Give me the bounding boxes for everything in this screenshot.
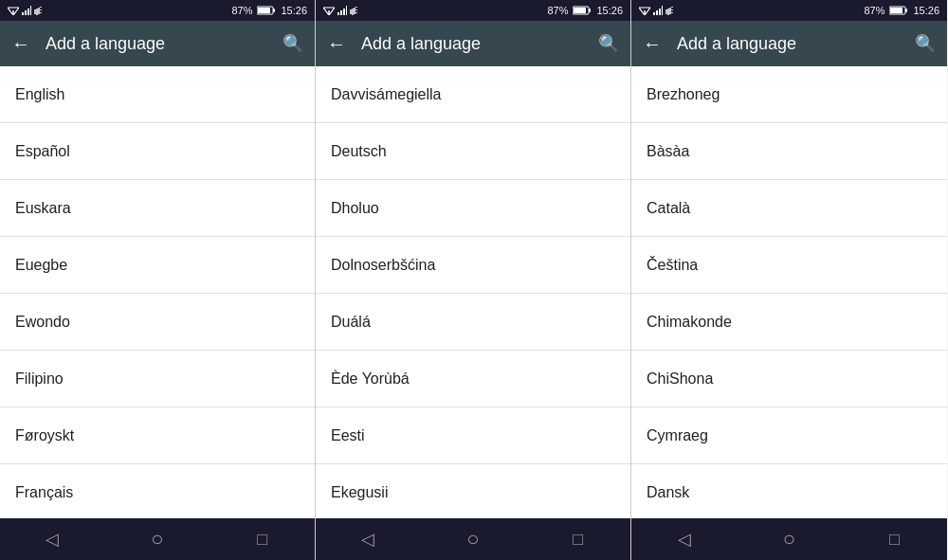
status-bar-left — [639, 6, 675, 15]
status-bar-left — [323, 6, 359, 15]
list-item[interactable]: Ewondo — [0, 294, 315, 351]
list-item[interactable]: Føroyskt — [0, 407, 315, 464]
battery-icon — [257, 6, 276, 15]
nav-bar: ◁ ○ □ — [316, 518, 630, 560]
language-name: Dolnoserbšćina — [331, 257, 435, 274]
back-nav-button[interactable]: ◁ — [344, 518, 392, 560]
nav-bar: ◁ ○ □ — [631, 518, 947, 560]
list-item[interactable]: Čeština — [631, 237, 947, 294]
signal-icon — [653, 6, 663, 15]
battery-percent: 87% — [864, 5, 884, 16]
recents-nav-button[interactable]: □ — [555, 518, 602, 560]
language-name: Cymraeg — [647, 427, 708, 444]
volume-icon — [350, 6, 359, 15]
language-name: Chimakonde — [647, 314, 732, 331]
svg-rect-2 — [22, 12, 24, 15]
svg-rect-24 — [589, 9, 591, 12]
signal-icon — [22, 6, 31, 15]
svg-rect-25 — [574, 8, 586, 13]
language-name: Ède Yorùbá — [331, 370, 410, 388]
list-item[interactable]: Bàsàa — [631, 123, 947, 180]
language-list: DavvisámegiellaDeutschDholuoDolnoserbšći… — [316, 66, 630, 518]
recents-nav-icon: □ — [889, 530, 900, 550]
time: 15:26 — [281, 5, 307, 16]
svg-rect-15 — [337, 12, 339, 15]
language-name: Ewondo — [15, 314, 70, 331]
back-button[interactable]: ← — [643, 33, 662, 55]
signal-icon — [337, 6, 347, 15]
back-button[interactable]: ← — [11, 33, 30, 55]
language-name: Euskara — [15, 200, 71, 217]
list-item[interactable]: Ède Yorùbá — [316, 351, 630, 407]
search-button[interactable]: 🔍 — [915, 33, 936, 54]
svg-rect-37 — [905, 9, 907, 12]
search-button[interactable]: 🔍 — [283, 33, 303, 54]
search-button[interactable]: 🔍 — [598, 33, 619, 54]
header-title: Add a language — [677, 34, 900, 54]
language-name: Dholuo — [331, 200, 379, 217]
language-name: Ekegusii — [331, 484, 388, 501]
nav-bar: ◁ ○ □ — [0, 518, 315, 560]
list-item[interactable]: Dholuo — [316, 180, 630, 237]
home-nav-button[interactable]: ○ — [134, 518, 181, 560]
list-item[interactable]: Duálá — [316, 294, 630, 351]
battery-icon — [573, 6, 592, 15]
list-item[interactable]: Euegbe — [0, 237, 315, 294]
list-item[interactable]: Deutsch — [316, 123, 630, 180]
svg-rect-5 — [30, 6, 31, 15]
list-item[interactable]: Filipino — [0, 351, 315, 407]
volume-icon — [665, 6, 675, 15]
recents-nav-icon: □ — [257, 530, 267, 550]
language-name: Dansk — [647, 484, 689, 501]
list-item[interactable]: Français — [0, 464, 315, 518]
back-nav-icon: ◁ — [46, 529, 59, 550]
status-bar: 87% 15:26 — [631, 0, 947, 21]
svg-rect-18 — [346, 6, 347, 15]
home-nav-icon: ○ — [783, 527, 795, 551]
svg-rect-12 — [258, 8, 270, 13]
recents-nav-button[interactable]: □ — [871, 518, 919, 560]
list-item[interactable]: Davvisámegiella — [316, 66, 630, 123]
svg-rect-17 — [343, 9, 345, 15]
language-name: Filipino — [15, 370, 64, 388]
home-nav-icon: ○ — [466, 527, 479, 551]
language-name: Føroyskt — [15, 427, 74, 444]
list-item[interactable]: ChiShona — [631, 351, 947, 407]
recents-nav-button[interactable]: □ — [239, 518, 286, 560]
home-nav-button[interactable]: ○ — [449, 518, 497, 560]
list-item[interactable]: Ekegusii — [316, 464, 630, 518]
svg-rect-4 — [27, 9, 29, 15]
back-nav-icon: ◁ — [361, 529, 374, 550]
language-name: Bàsàa — [647, 143, 689, 160]
list-item[interactable]: English — [0, 66, 315, 123]
list-item[interactable]: Eesti — [316, 407, 630, 464]
language-name: Brezhoneg — [647, 86, 720, 103]
svg-rect-28 — [653, 12, 655, 15]
header-title: Add a language — [361, 34, 583, 54]
list-item[interactable]: Dansk — [631, 464, 947, 518]
language-name: ChiShona — [647, 370, 713, 388]
home-nav-button[interactable]: ○ — [766, 518, 813, 560]
language-name: Français — [15, 484, 73, 501]
status-bar-right: 87% 15:26 — [231, 5, 307, 16]
language-name: Eesti — [331, 427, 365, 444]
list-item[interactable]: Brezhoneg — [631, 66, 947, 123]
list-item[interactable]: Dolnoserbšćina — [316, 237, 630, 294]
svg-rect-29 — [656, 10, 658, 15]
phone-panel-3: 87% 15:26 ← Add a language 🔍 BrezhonegBà… — [631, 0, 947, 560]
wifi-icon — [639, 6, 650, 15]
list-item[interactable]: Chimakonde — [631, 294, 947, 351]
home-nav-icon: ○ — [151, 527, 163, 551]
battery-percent: 87% — [231, 5, 252, 16]
top-bar: ← Add a language 🔍 — [631, 21, 947, 66]
back-nav-button[interactable]: ◁ — [28, 518, 76, 560]
list-item[interactable]: Euskara — [0, 180, 315, 237]
battery-percent: 87% — [547, 5, 568, 16]
back-button[interactable]: ← — [327, 33, 346, 55]
svg-rect-31 — [662, 6, 663, 15]
list-item[interactable]: Español — [0, 123, 315, 180]
status-bar: 87% 15:26 — [316, 0, 630, 21]
list-item[interactable]: Cymraeg — [631, 407, 947, 464]
back-nav-button[interactable]: ◁ — [661, 518, 708, 560]
list-item[interactable]: Català — [631, 180, 947, 237]
